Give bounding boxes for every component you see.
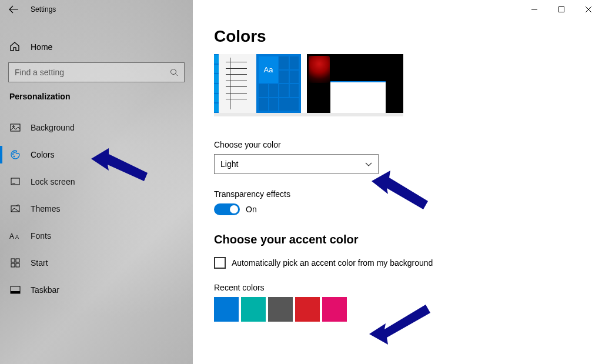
chevron-down-icon xyxy=(365,159,372,169)
color-swatch[interactable] xyxy=(241,297,266,322)
home-label: Home xyxy=(31,42,52,52)
color-swatch[interactable] xyxy=(295,297,320,322)
color-swatch[interactable] xyxy=(322,297,347,322)
themes-icon xyxy=(9,203,21,215)
recent-colors-label: Recent colors xyxy=(214,283,581,292)
svg-rect-17 xyxy=(16,263,19,267)
svg-point-7 xyxy=(14,152,15,153)
search-icon xyxy=(164,68,184,77)
svg-rect-16 xyxy=(11,263,15,267)
back-button[interactable] xyxy=(0,0,27,19)
preview-pane: Aa xyxy=(214,54,403,116)
svg-line-3 xyxy=(175,74,178,76)
search-input[interactable] xyxy=(9,68,164,77)
auto-accent-checkbox[interactable] xyxy=(214,257,226,269)
transparency-toggle[interactable] xyxy=(214,203,240,215)
start-icon xyxy=(9,257,21,269)
svg-text:A: A xyxy=(15,234,19,240)
svg-rect-14 xyxy=(11,259,15,262)
sidebar-item-label: Themes xyxy=(31,204,61,213)
search-box[interactable] xyxy=(8,62,185,82)
taskbar-icon xyxy=(9,284,21,296)
choose-color-label: Choose your color xyxy=(214,140,581,149)
auto-accent-label: Automatically pick an accent color from … xyxy=(232,258,433,268)
svg-rect-15 xyxy=(16,259,19,262)
color-mode-value: Light xyxy=(220,159,238,169)
sidebar-item-label: Lock screen xyxy=(31,177,75,186)
main-content: Colors Aa xyxy=(193,0,602,364)
page-title: Colors xyxy=(214,27,581,46)
transparency-label: Transparency effects xyxy=(214,189,581,199)
fonts-icon: AA xyxy=(9,230,21,242)
sidebar-item-taskbar[interactable]: Taskbar xyxy=(0,276,193,303)
svg-rect-1 xyxy=(559,7,564,12)
sidebar-item-lock-screen[interactable]: Lock screen xyxy=(0,168,193,195)
color-mode-select[interactable]: Light xyxy=(214,154,379,174)
recent-colors xyxy=(214,297,581,322)
sidebar-item-background[interactable]: Background xyxy=(0,114,193,141)
window-title: Settings xyxy=(31,5,56,14)
preview-tile-text: Aa xyxy=(259,56,278,83)
svg-rect-10 xyxy=(12,183,15,183)
sidebar-item-start[interactable]: Start xyxy=(0,249,193,276)
sidebar-item-label: Fonts xyxy=(31,231,51,241)
minimize-button[interactable] xyxy=(521,0,548,19)
sidebar: Home Personalization Background Colors L… xyxy=(0,0,193,364)
color-swatch[interactable] xyxy=(214,297,239,322)
palette-icon xyxy=(9,149,21,161)
sidebar-item-themes[interactable]: Themes xyxy=(0,195,193,222)
svg-point-8 xyxy=(14,156,15,157)
svg-rect-19 xyxy=(11,291,20,293)
sidebar-item-label: Colors xyxy=(31,150,54,159)
lockscreen-icon xyxy=(9,176,21,188)
sidebar-item-colors[interactable]: Colors xyxy=(0,141,193,168)
section-title: Personalization xyxy=(0,92,193,101)
transparency-state: On xyxy=(246,205,257,214)
home-button[interactable]: Home xyxy=(0,35,193,59)
accent-title: Choose your accent color xyxy=(214,233,581,246)
sidebar-item-label: Background xyxy=(31,123,75,132)
home-icon xyxy=(9,41,21,53)
svg-point-5 xyxy=(13,126,15,128)
picture-icon xyxy=(9,122,21,133)
sidebar-item-label: Taskbar xyxy=(31,285,59,295)
svg-point-6 xyxy=(12,153,14,155)
svg-rect-9 xyxy=(11,178,19,185)
sidebar-item-label: Start xyxy=(31,258,48,268)
close-button[interactable] xyxy=(575,0,602,19)
sidebar-item-fonts[interactable]: AA Fonts xyxy=(0,222,193,249)
color-swatch[interactable] xyxy=(268,297,293,322)
maximize-button[interactable] xyxy=(548,0,575,19)
svg-text:A: A xyxy=(9,232,14,241)
svg-point-2 xyxy=(170,69,176,74)
